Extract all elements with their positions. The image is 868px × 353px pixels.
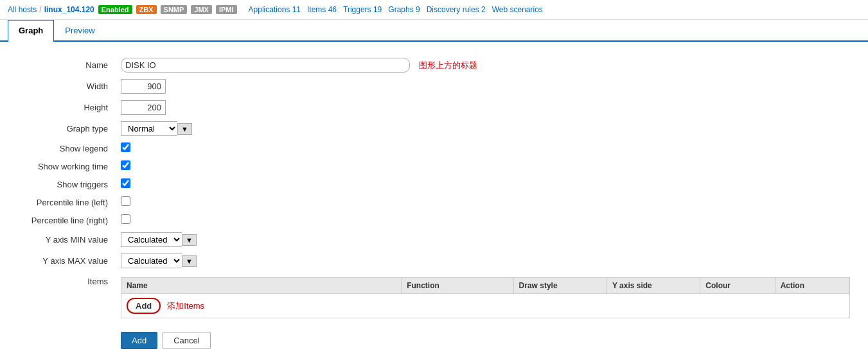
col-y-axis-side: Y axis side: [607, 278, 700, 294]
graph-type-cell: Normal Stacked Pie Exploded ▼: [116, 118, 855, 139]
show-working-time-row: Show working time: [13, 157, 855, 175]
bottom-buttons: Add Cancel: [121, 332, 855, 349]
breadcrumb-sep: /: [39, 5, 41, 14]
show-legend-label: Show legend: [13, 139, 116, 157]
add-item-btn-wrapper: Add 添加Items: [121, 294, 850, 318]
width-input[interactable]: [121, 79, 166, 94]
submit-add-button[interactable]: Add: [121, 332, 157, 349]
items-table: Name Function Draw style Y axis side Col…: [121, 277, 850, 294]
ipmi-badge: IPMI: [216, 5, 237, 14]
show-working-time-label: Show working time: [13, 157, 116, 175]
show-legend-cell: [116, 139, 855, 157]
show-triggers-label: Show triggers: [13, 175, 116, 193]
height-row: Height: [13, 97, 855, 118]
snmp-badge: SNMP: [161, 5, 188, 14]
y-min-select[interactable]: Calculated Fixed Item: [121, 232, 182, 247]
y-min-dropdown-btn[interactable]: ▼: [182, 234, 197, 246]
height-label: Height: [13, 97, 116, 118]
show-triggers-row: Show triggers: [13, 175, 855, 193]
show-triggers-checkbox[interactable]: [121, 178, 130, 188]
y-max-select[interactable]: Calculated Fixed Item: [121, 254, 182, 268]
nav-discovery[interactable]: Discovery rules 2: [424, 4, 488, 15]
tab-graph[interactable]: Graph: [8, 20, 54, 42]
graph-type-dropdown-btn[interactable]: ▼: [177, 123, 192, 135]
col-action: Action: [775, 278, 849, 294]
show-legend-checkbox[interactable]: [121, 142, 130, 152]
percentile-right-label: Percentile line (right): [13, 211, 116, 229]
top-nav: All hosts / linux_104.120 Enabled ZBX SN…: [0, 0, 868, 20]
percentile-right-cell: [116, 211, 855, 229]
width-label: Width: [13, 76, 116, 97]
items-row: Items Name Function Draw style Y axis si…: [13, 271, 855, 322]
width-cell: [116, 76, 855, 97]
y-max-wrapper: Calculated Fixed Item ▼: [121, 254, 197, 268]
y-max-row: Y axis MAX value Calculated Fixed Item ▼: [13, 250, 855, 271]
all-hosts-link[interactable]: All hosts: [8, 5, 37, 14]
col-colour: Colour: [700, 278, 775, 294]
nav-triggers[interactable]: Triggers 19: [341, 4, 384, 15]
percentile-right-row: Percentile line (right): [13, 211, 855, 229]
graph-type-row: Graph type Normal Stacked Pie Exploded ▼: [13, 118, 855, 139]
nav-items[interactable]: Items 46: [305, 4, 339, 15]
graph-type-select[interactable]: Normal Stacked Pie Exploded: [121, 121, 177, 136]
form-table: Name 图形上方的标题 Width Height: [13, 55, 855, 322]
breadcrumb: All hosts / linux_104.120: [8, 5, 94, 14]
name-label: Name: [13, 55, 116, 76]
percentile-left-row: Percentile line (left): [13, 193, 855, 211]
items-table-header: Name Function Draw style Y axis side Col…: [121, 278, 850, 294]
graph-type-wrapper: Normal Stacked Pie Exploded ▼: [121, 121, 192, 136]
show-triggers-cell: [116, 175, 855, 193]
y-min-row: Y axis MIN value Calculated Fixed Item ▼: [13, 229, 855, 250]
y-min-wrapper: Calculated Fixed Item ▼: [121, 232, 197, 247]
main-content: Name 图形上方的标题 Width Height: [0, 42, 868, 353]
width-row: Width: [13, 76, 855, 97]
graph-type-label: Graph type: [13, 118, 116, 139]
percentile-left-cell: [116, 193, 855, 211]
percentile-left-checkbox[interactable]: [121, 196, 130, 206]
y-max-dropdown-btn[interactable]: ▼: [182, 255, 197, 267]
y-max-cell: Calculated Fixed Item ▼: [116, 250, 855, 271]
nav-links: Applications 11 Items 46 Triggers 19 Gra…: [246, 4, 545, 15]
height-cell: [116, 97, 855, 118]
add-items-annotation: 添加Items: [167, 300, 204, 312]
tab-bar: Graph Preview: [0, 20, 868, 42]
y-max-label: Y axis MAX value: [13, 250, 116, 271]
items-label: Items: [13, 271, 116, 322]
enabled-badge: Enabled: [98, 5, 132, 14]
percentile-left-label: Percentile line (left): [13, 193, 116, 211]
nav-applications[interactable]: Applications 11: [246, 4, 303, 15]
jmx-badge: JMX: [191, 5, 212, 14]
nav-web[interactable]: Web scenarios: [490, 4, 545, 15]
height-input[interactable]: [121, 100, 166, 115]
show-working-time-cell: [116, 157, 855, 175]
y-min-cell: Calculated Fixed Item ▼: [116, 229, 855, 250]
col-function: Function: [402, 278, 513, 294]
name-row: Name 图形上方的标题: [13, 55, 855, 76]
host-link[interactable]: linux_104.120: [44, 5, 94, 14]
items-section: Name Function Draw style Y axis side Col…: [121, 277, 850, 318]
nav-graphs[interactable]: Graphs 9: [385, 4, 422, 15]
zbx-badge: ZBX: [136, 5, 157, 14]
cancel-button[interactable]: Cancel: [163, 332, 210, 349]
add-item-button[interactable]: Add: [127, 298, 161, 314]
name-input[interactable]: [121, 58, 410, 73]
items-cell: Name Function Draw style Y axis side Col…: [116, 271, 855, 322]
show-working-time-checkbox[interactable]: [121, 160, 130, 170]
name-cell: 图形上方的标题: [116, 55, 855, 76]
col-draw-style: Draw style: [513, 278, 607, 294]
percentile-right-checkbox[interactable]: [121, 214, 130, 224]
col-name: Name: [121, 278, 402, 294]
tab-preview[interactable]: Preview: [54, 20, 105, 40]
y-min-label: Y axis MIN value: [13, 229, 116, 250]
name-annotation: 图形上方的标题: [419, 60, 477, 70]
show-legend-row: Show legend: [13, 139, 855, 157]
